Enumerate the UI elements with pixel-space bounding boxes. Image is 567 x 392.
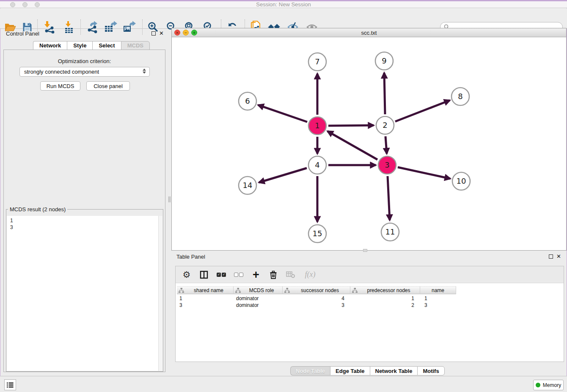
node-label: 7 (315, 57, 319, 66)
column-header-shared-name[interactable]: shared name (177, 286, 234, 294)
cell-shared-name[interactable]: 1 (177, 295, 234, 302)
tab-network[interactable]: Network (33, 41, 67, 50)
float-table-panel-icon[interactable] (549, 254, 553, 259)
column-visibility-icon[interactable] (199, 270, 209, 280)
node-label: 2 (383, 121, 387, 130)
table-row[interactable]: 3 dominator 3 2 3 (177, 302, 456, 309)
edge-1-2[interactable] (328, 125, 374, 126)
column-type-icon (352, 288, 358, 293)
node-table: ⚙ ✓✓ + f(x) shared name MCDS role (175, 266, 564, 362)
edge-2-9[interactable] (384, 73, 385, 114)
edge-2-3[interactable] (385, 136, 387, 154)
result-scrollbar[interactable] (158, 216, 162, 371)
tab-edge-table[interactable]: Edge Table (330, 366, 369, 375)
column-type-icon (235, 288, 241, 293)
close-panel-button[interactable]: Close panel (86, 81, 130, 91)
column-type-icon (284, 288, 290, 293)
node-label: 3 (385, 160, 389, 169)
tab-select[interactable]: Select (92, 41, 121, 50)
vertical-splitter-handle[interactable] (168, 196, 171, 202)
tab-node-table[interactable]: Node Table (290, 366, 330, 375)
column-header-name[interactable]: name (420, 286, 456, 294)
export-image-icon[interactable] (123, 21, 136, 33)
network-graph: 7 9 6 8 1 2 4 3 14 10 15 11 (172, 37, 566, 250)
tab-mcds[interactable]: MCDS (121, 41, 150, 50)
network-window-titlebar[interactable]: ✕ − + scc.txt (172, 28, 566, 37)
table-panel-tabs: Node Table Edge Table Network Table Moti… (290, 366, 445, 375)
application-window: Session: New Session (0, 0, 567, 392)
node-label: 4 (315, 160, 319, 169)
table-settings-gear-icon[interactable]: ⚙ (182, 270, 192, 280)
graph-edges (258, 73, 450, 222)
delete-table-icon-disabled (286, 270, 296, 280)
cell-shared-name[interactable]: 3 (177, 302, 234, 309)
edge-3-11[interactable] (388, 176, 390, 220)
edge-3-10[interactable] (398, 167, 450, 179)
tab-motifs[interactable]: Motifs (417, 366, 444, 375)
memory-label: Memory (543, 382, 561, 388)
memory-button[interactable]: Memory (533, 380, 564, 390)
column-header-predecessor-nodes[interactable]: predecessor nodes (350, 286, 420, 294)
optimization-criterion-select[interactable]: strongly connected component (19, 67, 150, 77)
horizontal-splitter-handle[interactable] (363, 249, 367, 252)
tab-style[interactable]: Style (67, 41, 92, 50)
node-label: 11 (385, 227, 395, 236)
column-header-mcds-role[interactable]: MCDS role (234, 286, 283, 294)
table-panel-title: Table Panel (176, 254, 205, 260)
selected-criterion: strongly connected component (24, 69, 99, 75)
deselect-all-icon[interactable] (234, 270, 244, 280)
close-table-panel-icon[interactable]: ✕ (556, 254, 561, 259)
import-table-icon[interactable] (63, 21, 77, 33)
table-row[interactable]: 1 dominator 4 1 1 (177, 295, 456, 302)
task-history-button[interactable] (4, 379, 16, 390)
control-panel-title: Control Panel (6, 30, 39, 37)
select-arrows-icon (143, 69, 146, 74)
cell-successor-nodes[interactable]: 4 (283, 295, 350, 302)
export-table-icon[interactable] (104, 21, 118, 33)
toolbar-separator (80, 19, 81, 35)
edge-1-6[interactable] (258, 105, 307, 122)
export-network-icon[interactable] (85, 21, 99, 33)
mcds-result-area[interactable]: 1 3 (7, 216, 162, 371)
column-header-successor-nodes[interactable]: successor nodes (283, 286, 350, 294)
node-label: 8 (458, 92, 462, 101)
mcds-result-values: 1 3 (10, 217, 13, 231)
node-label: 15 (313, 229, 322, 238)
mcds-result-title: MCDS result (2 nodes) (8, 206, 67, 213)
cell-successor-nodes[interactable]: 3 (283, 302, 350, 309)
edge-4-14[interactable] (259, 168, 307, 182)
add-column-icon[interactable]: + (251, 270, 261, 280)
table-toolbar: ⚙ ✓✓ + f(x) (176, 266, 564, 283)
import-network-icon[interactable] (42, 21, 56, 33)
mcds-panel: Optimization criterion: strongly connect… (3, 50, 165, 372)
cell-name[interactable]: 1 (420, 295, 456, 302)
node-label: 9 (382, 56, 386, 65)
table-header-row: shared name MCDS role successor nodes pr… (177, 286, 456, 294)
window-titlebar: Session: New Session (0, 0, 567, 8)
control-panel-tabs: Network Style Select MCDS (33, 41, 150, 50)
optimization-criterion-label: Optimization criterion: (4, 58, 165, 64)
edge-2-8[interactable] (395, 100, 450, 121)
node-label: 10 (457, 177, 466, 185)
column-type-icon (179, 288, 184, 293)
network-canvas[interactable]: 7 9 6 8 1 2 4 3 14 10 15 11 (172, 37, 566, 250)
cell-name[interactable]: 3 (420, 302, 456, 309)
network-title: scc.txt (172, 30, 566, 36)
mcds-result-groupbox: MCDS result (2 nodes) 1 3 (6, 209, 163, 372)
memory-status-dot (536, 383, 540, 387)
select-all-icon[interactable]: ✓✓ (216, 270, 226, 280)
cell-predecessor-nodes[interactable]: 1 (350, 295, 420, 302)
float-panel-icon[interactable] (151, 31, 156, 36)
node-label: 1 (315, 121, 319, 130)
run-mcds-button[interactable]: Run MCDS (40, 81, 80, 91)
close-panel-icon[interactable]: ✕ (159, 31, 164, 36)
cell-mcds-role[interactable]: dominator (234, 295, 283, 302)
network-view-window: ✕ − + scc.txt (171, 28, 567, 251)
node-label: 14 (243, 181, 253, 190)
delete-column-icon[interactable] (268, 270, 278, 280)
cell-predecessor-nodes[interactable]: 2 (350, 302, 420, 309)
main-toolbar (0, 8, 567, 29)
edge-3-1[interactable] (328, 131, 377, 160)
tab-network-table[interactable]: Network Table (370, 366, 418, 375)
cell-mcds-role[interactable]: dominator (234, 302, 283, 309)
